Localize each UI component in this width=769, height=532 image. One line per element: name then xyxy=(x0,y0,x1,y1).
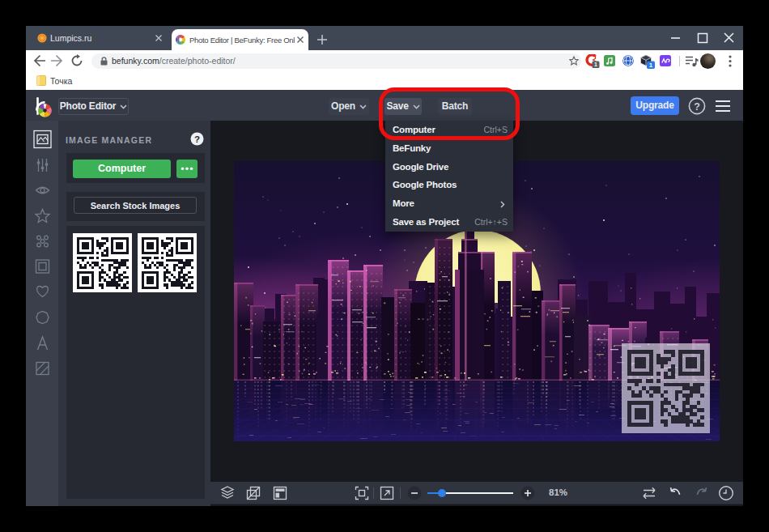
svg-text:1: 1 xyxy=(594,62,597,67)
svg-text:1: 1 xyxy=(649,62,653,69)
svg-text:?: ? xyxy=(694,101,700,113)
svg-text:?: ? xyxy=(194,134,200,144)
